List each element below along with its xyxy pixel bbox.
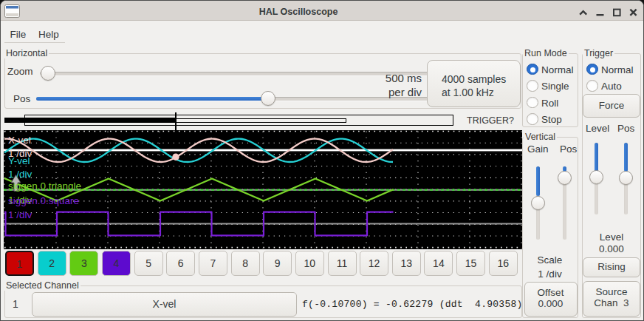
svg-text:X-vel: X-vel: [8, 135, 31, 146]
svg-text:1 /div: 1 /div: [8, 209, 32, 220]
svg-text:1 /div: 1 /div: [8, 169, 32, 180]
svg-text:Y-vel: Y-vel: [8, 155, 30, 166]
svg-text:siggen.0.square: siggen.0.square: [8, 195, 79, 206]
svg-text:siggen.0.triangle: siggen.0.triangle: [8, 180, 81, 192]
